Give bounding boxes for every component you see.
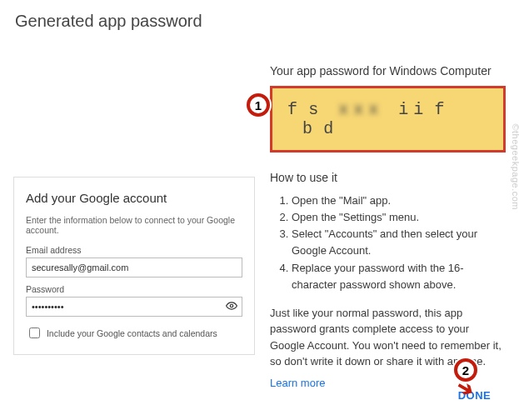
- watermark: ©thegeekpage.com: [511, 123, 519, 210]
- app-password-box: f s xxx ii f b d: [270, 86, 506, 152]
- reveal-password-icon[interactable]: [226, 300, 237, 314]
- page-title: Generated app password: [15, 12, 519, 31]
- add-account-card: Add your Google account Enter the inform…: [13, 177, 255, 355]
- password-field[interactable]: [26, 297, 242, 317]
- list-item: Open the "Settings" menu.: [292, 209, 506, 226]
- list-item: Select "Accounts" and then select your G…: [292, 226, 506, 259]
- email-label: Email address: [26, 245, 242, 255]
- howto-heading: How to use it: [270, 171, 506, 184]
- include-contacts-checkbox[interactable]: [29, 328, 40, 338]
- card-subtitle: Enter the information below to connect t…: [26, 215, 242, 235]
- card-title: Add your Google account: [26, 191, 242, 205]
- password-label: Password: [26, 284, 242, 294]
- email-field[interactable]: [26, 258, 242, 278]
- annotation-badge-1: 1: [247, 93, 270, 117]
- include-contacts-label: Include your Google contacts and calenda…: [47, 328, 217, 338]
- include-contacts-row[interactable]: Include your Google contacts and calenda…: [26, 328, 217, 338]
- howto-list: Open the "Mail" app. Open the "Settings"…: [270, 192, 506, 293]
- svg-point-0: [230, 304, 233, 308]
- list-item: Replace your password with the 16-charac…: [292, 260, 506, 293]
- list-item: Open the "Mail" app.: [292, 192, 506, 209]
- learn-more-link[interactable]: Learn more: [270, 377, 325, 389]
- app-password-heading: Your app password for Windows Computer: [270, 64, 506, 78]
